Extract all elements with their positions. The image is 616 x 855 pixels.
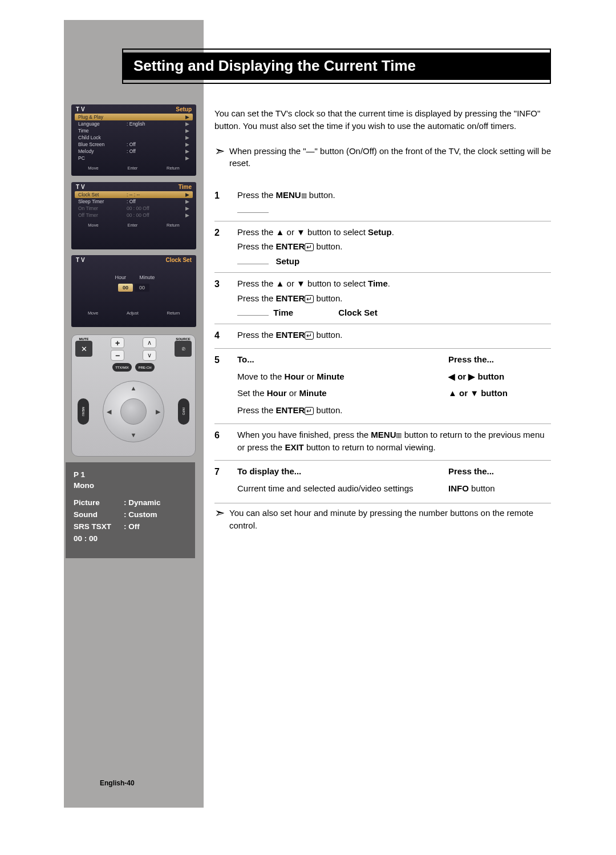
step-2: 2 Press the ▲ or ▼ button to select Setu…: [214, 221, 551, 272]
instructions: You can set the TV's clock so that the c…: [214, 107, 551, 546]
menu-side-button[interactable]: MENU: [78, 398, 89, 425]
source-button[interactable]: ⎚: [175, 341, 192, 357]
note-row: ➣ When pressing the "—" button (On/Off) …: [214, 145, 551, 170]
mute-button[interactable]: ✕: [75, 341, 92, 357]
hour-value: 00: [118, 284, 133, 292]
enter-button[interactable]: [120, 398, 147, 425]
info-row: SRS TSXT: Off: [74, 521, 187, 533]
info-row: Sound: Custom: [74, 509, 187, 521]
step-3: 3 Press the ▲ or ▼ button to select Time…: [214, 272, 551, 324]
osd-row: Time▶: [75, 127, 193, 134]
osd1-footer: Move Enter Return: [71, 164, 196, 173]
osd2-footer: Move Enter Return: [71, 221, 196, 230]
ch-down-button[interactable]: ∨: [143, 350, 156, 361]
vol-up-button[interactable]: +: [111, 337, 124, 348]
info-p: P 1: [74, 470, 187, 479]
enter-icon: ↵: [305, 407, 314, 415]
up-icon: ▲: [131, 385, 137, 392]
minute-value: 00: [135, 284, 149, 292]
ch-up-button[interactable]: ∧: [143, 337, 156, 348]
step-5: 5 To... Press the... Move to the Hour or…: [214, 348, 551, 424]
osd2-header-right: Time: [179, 184, 192, 190]
osd-row: On Timer00 : 00 Off▶: [75, 205, 193, 212]
osd-row: Plug & Play▶: [75, 114, 193, 120]
info-row: Picture: Dynamic: [74, 497, 187, 509]
menu-icon: ▥: [396, 431, 402, 440]
page-title: Setting and Displaying the Current Time: [122, 53, 551, 75]
prech-button[interactable]: PRE-CH: [135, 363, 155, 372]
volume-buttons: + −: [111, 337, 124, 361]
enter-icon: ↵: [305, 332, 314, 340]
channel-buttons: ∧ ∨: [143, 337, 156, 361]
down-icon: ▼: [131, 431, 137, 438]
ttxmix-button[interactable]: TTX/MIX: [112, 363, 132, 372]
step-1: 1 Press the MENU▥ button. Result: The ma…: [214, 184, 551, 221]
osd-row: Child Lock▶: [75, 134, 193, 141]
osd3-header-right: Clock Set: [165, 257, 192, 263]
divider: [214, 503, 551, 503]
osd-time: T V Time Clock Set: -- : --▶ Sleep Timer…: [71, 182, 196, 249]
osd-row: Sleep Timer: Off▶: [75, 198, 193, 205]
osd3-footer: Move Adjust Return: [71, 309, 196, 318]
step-7: 7 To display the... Press the... Current…: [214, 460, 551, 499]
title-bar: Setting and Displaying the Current Time: [122, 53, 551, 80]
note-icon: ➣: [214, 145, 225, 158]
left-icon: ◀: [107, 408, 111, 416]
info-mono: Mono: [74, 481, 187, 490]
info-panel: P 1 Mono Picture: Dynamic Sound: Custom …: [66, 462, 195, 558]
osd-row: Off Timer00 : 00 Off▶: [75, 212, 193, 219]
note-icon: ➣: [214, 507, 225, 519]
step-4: 4 Press the ENTER↵ button.: [214, 324, 551, 348]
osd3-header-left: T V: [76, 257, 85, 263]
step-6: 6 When you have finished, press the MENU…: [214, 424, 551, 461]
note-row: ➣ You can also set hour and minute by pr…: [214, 507, 551, 532]
enter-icon: ↵: [305, 243, 314, 251]
menu-icon: ▥: [301, 191, 307, 200]
osd-clock-set: T V Clock Set Hour Minute 00 00 Move Adj…: [71, 255, 196, 327]
osd1-header-right: Setup: [176, 106, 192, 112]
note1-text: When pressing the "—" button (On/Off) on…: [229, 145, 551, 170]
osd1-body: Plug & Play▶ Language: English▶ Time▶ Ch…: [71, 114, 196, 164]
osd-row: Blue Screen: Off▶: [75, 141, 193, 148]
enter-icon: ↵: [305, 295, 314, 303]
note2-text: You can also set hour and minute by pres…: [229, 507, 551, 532]
info-row: 00 : 00: [74, 533, 187, 545]
vol-down-button[interactable]: −: [111, 350, 124, 361]
info-side-button[interactable]: INFO: [178, 398, 189, 425]
remote-control: MUTE ✕ + − ∧ ∨ SOURCE ⎚ TTX/MIX PRE-CH M…: [71, 334, 196, 457]
intro-text: You can set the TV's clock so that the c…: [214, 107, 551, 132]
osd-row: Melody: Off▶: [75, 148, 193, 155]
page-footer: English-40: [100, 779, 135, 787]
osd2-header-left: T V: [76, 184, 85, 190]
right-icon: ▶: [156, 408, 160, 416]
nav-ring[interactable]: ▲ ▼ ◀ ▶: [103, 381, 164, 442]
osd-row: PC▶: [75, 155, 193, 162]
osd1-header-left: T V: [76, 106, 85, 112]
osd2-body: Clock Set: -- : --▶ Sleep Timer: Off▶ On…: [71, 191, 196, 221]
osd-setup: T V Setup Plug & Play▶ Language: English…: [71, 104, 196, 176]
osd-row: Language: English▶: [75, 120, 193, 127]
osd-row: Clock Set: -- : --▶: [75, 191, 193, 198]
